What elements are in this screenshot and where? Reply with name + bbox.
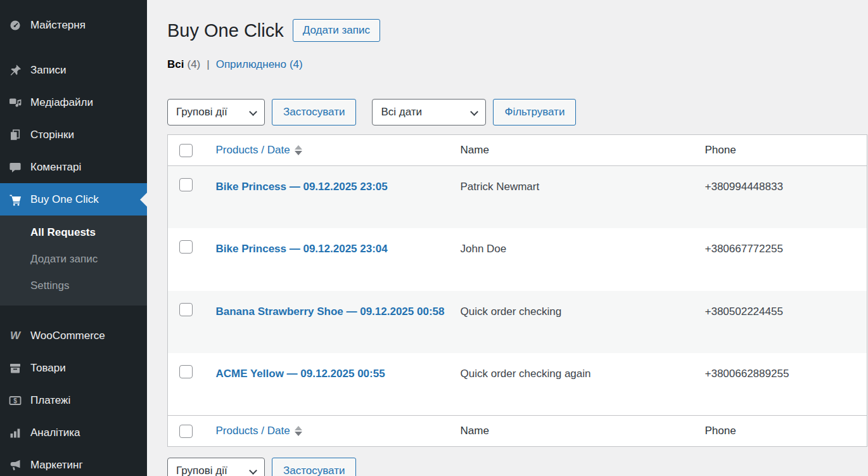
row-checkbox[interactable]	[179, 303, 193, 316]
sidebar-item-label: Медіафайли	[30, 96, 93, 109]
chevron-down-icon	[471, 108, 479, 116]
pages-icon	[9, 129, 22, 141]
requests-table: Products / Date Name Phone Bike Princess…	[167, 134, 867, 447]
sort-products-date-link[interactable]: Products / Date	[216, 425, 302, 437]
request-title-link[interactable]: Bike Princess — 09.12.2025 23:04	[216, 243, 388, 255]
megaphone-icon	[9, 459, 22, 472]
column-name: Name	[454, 416, 699, 447]
sidebar-item-payments[interactable]: $ Платежі	[0, 384, 147, 416]
table-footer-row: Products / Date Name Phone	[168, 416, 867, 447]
top-toolbar: Групові дії Застосувати Всі дати Фільтру…	[167, 99, 868, 125]
row-checkbox[interactable]	[179, 365, 193, 378]
sidebar-item-label: Платежі	[30, 394, 70, 407]
table-header: Products / Date Name Phone	[168, 135, 867, 166]
sidebar-item-label: Записи	[30, 64, 66, 77]
sidebar-item-pages[interactable]: Сторінки	[0, 119, 147, 151]
request-name: Quick order checking again	[454, 353, 699, 416]
sidebar-separator	[0, 41, 147, 54]
bulk-actions-select-bottom[interactable]: Групові дії	[167, 458, 265, 476]
column-products-date: Products / Date	[216, 144, 290, 157]
products-box-icon	[9, 362, 22, 375]
submenu-item-add-record[interactable]: Додати запис	[0, 246, 147, 273]
payments-icon: $	[9, 394, 22, 407]
table-row: ACME Yellow — 09.12.2025 00:55 Quick ord…	[168, 353, 867, 416]
dashboard-icon	[9, 19, 22, 32]
woocommerce-icon: W	[9, 330, 22, 342]
views-filter: Всі (4) | Оприлюднено(4)	[167, 58, 868, 71]
sidebar-item-media[interactable]: Медіафайли	[0, 86, 147, 119]
request-title-link[interactable]: Banana Strawberry Shoe — 09.12.2025 00:5…	[216, 306, 445, 318]
sidebar-item-analytics[interactable]: Аналітика	[0, 416, 147, 449]
bulk-actions-value: Групові дії	[176, 106, 227, 119]
select-all-checkbox[interactable]	[179, 425, 193, 438]
sidebar-item-label: Майстерня	[30, 19, 86, 32]
sidebar-item-label: Товари	[30, 362, 66, 375]
sidebar-item-label: Аналітика	[30, 427, 80, 439]
table-body: Bike Princess — 09.12.2025 23:05 Patrick…	[168, 166, 867, 416]
row-checkbox[interactable]	[179, 178, 193, 191]
submenu-item-label: All Requests	[30, 226, 96, 239]
table-footer: Products / Date Name Phone	[168, 416, 867, 447]
bulk-actions-value: Групові дії	[176, 465, 227, 476]
admin-sidebar: Майстерня Записи Медіафайли Сторінки Ком…	[0, 0, 147, 476]
sidebar-item-marketing[interactable]: Маркетинг	[0, 449, 147, 476]
select-all-checkbox[interactable]	[179, 144, 193, 157]
column-products-date: Products / Date	[216, 425, 290, 437]
table-row: Banana Strawberry Shoe — 09.12.2025 00:5…	[168, 291, 867, 353]
column-name: Name	[454, 135, 699, 166]
request-phone: +380502224455	[699, 291, 867, 353]
sidebar-item-label: WooCommerce	[30, 330, 105, 342]
sort-arrows-icon	[295, 426, 302, 436]
view-all-link[interactable]: Всі	[167, 58, 184, 71]
pin-icon	[9, 64, 22, 77]
sidebar-item-products[interactable]: Товари	[0, 352, 147, 384]
page-title: Buy One Click	[167, 19, 284, 42]
request-title-link[interactable]: Bike Princess — 09.12.2025 23:05	[216, 181, 388, 193]
sort-arrows-icon	[295, 145, 302, 155]
bulk-actions-select[interactable]: Групові дії	[167, 99, 265, 125]
sidebar-item-woocommerce[interactable]: W WooCommerce	[0, 319, 147, 352]
sort-products-date-link[interactable]: Products / Date	[216, 144, 302, 157]
request-phone: +3800662889255	[699, 353, 867, 416]
sidebar-item-comments[interactable]: Коментарі	[0, 151, 147, 183]
dates-filter-value: Всі дати	[381, 106, 422, 119]
sidebar-item-label: Buy One Click	[30, 193, 99, 206]
sidebar-item-label: Коментарі	[30, 161, 81, 174]
analytics-icon	[9, 427, 22, 439]
row-checkbox[interactable]	[179, 240, 193, 254]
dates-filter-select[interactable]: Всі дати	[372, 99, 486, 125]
request-phone: +380667772255	[699, 228, 867, 290]
add-new-button[interactable]: Додати запис	[293, 19, 380, 42]
sidebar-item-posts[interactable]: Записи	[0, 54, 147, 86]
sidebar-item-buy-one-click[interactable]: Buy One Click	[0, 183, 147, 215]
chevron-down-icon	[249, 466, 257, 475]
submenu-item-label: Додати запис	[30, 253, 98, 266]
sidebar-item-label: Маркетинг	[30, 459, 83, 472]
view-published-label: Оприлюднено	[216, 58, 286, 70]
submenu-item-label: Settings	[30, 280, 69, 292]
column-phone: Phone	[699, 416, 867, 447]
bottom-toolbar: Групові дії Застосувати	[167, 458, 868, 476]
submenu-item-all-requests[interactable]: All Requests	[0, 219, 147, 246]
chevron-down-icon	[249, 108, 257, 116]
request-title-link[interactable]: ACME Yellow — 09.12.2025 00:55	[216, 368, 385, 380]
svg-text:$: $	[13, 397, 17, 404]
submenu-item-settings[interactable]: Settings	[0, 273, 147, 299]
request-phone: +380994448833	[699, 166, 867, 229]
table-row: Bike Princess — 09.12.2025 23:05 Patrick…	[168, 166, 867, 229]
sidebar-item-dashboard[interactable]: Майстерня	[0, 9, 147, 41]
view-published-link[interactable]: Оприлюднено(4)	[216, 58, 303, 71]
apply-button-bottom[interactable]: Застосувати	[272, 458, 356, 476]
table-header-row: Products / Date Name Phone	[168, 135, 867, 166]
sidebar-item-label: Сторінки	[30, 129, 74, 141]
sidebar-separator	[0, 306, 147, 319]
page-header: Buy One Click Додати запис	[167, 19, 868, 42]
view-all-count: (4)	[187, 58, 200, 71]
media-icon	[9, 96, 22, 109]
request-name: Quick order checking	[454, 291, 699, 353]
apply-button[interactable]: Застосувати	[272, 99, 356, 125]
request-name: Patrick Newmart	[454, 166, 699, 229]
view-published-count: (4)	[290, 58, 303, 70]
cart-icon	[9, 193, 22, 206]
filter-button[interactable]: Фільтрувати	[493, 99, 576, 125]
